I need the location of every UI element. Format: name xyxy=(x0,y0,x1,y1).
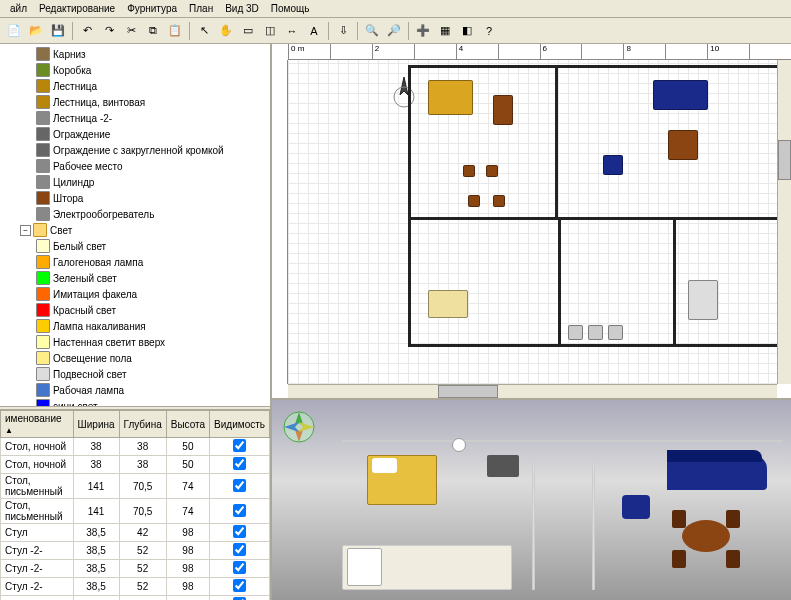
visibility-checkbox[interactable] xyxy=(233,479,246,492)
plan-round-table[interactable] xyxy=(668,130,698,160)
plan-scrollbar-vertical[interactable] xyxy=(777,60,791,384)
plan-dresser[interactable] xyxy=(493,95,513,125)
column-header[interactable]: именование ▲ xyxy=(1,411,74,438)
chair-3d-3 xyxy=(672,550,686,568)
plan-cabinet[interactable] xyxy=(588,325,603,340)
plan-bunk-bed[interactable] xyxy=(428,80,473,115)
column-header[interactable]: Глубина xyxy=(119,411,166,438)
menu-view3d[interactable]: Вид 3D xyxy=(219,1,265,16)
menu-furniture[interactable]: Фурнитура xyxy=(121,1,183,16)
visibility-checkbox[interactable] xyxy=(233,457,246,470)
plan-armchair[interactable] xyxy=(603,155,623,175)
tree-item[interactable]: Освещение пола xyxy=(2,350,268,366)
right-panel: 0 m246810 xyxy=(272,44,791,600)
tree-item[interactable]: Лестница xyxy=(2,78,268,94)
table-row[interactable]: Стул -2-38,55298 xyxy=(1,596,270,601)
copy-button[interactable]: ⧉ xyxy=(143,21,163,41)
plan-bed[interactable] xyxy=(428,290,468,318)
plan-sofa[interactable] xyxy=(653,80,708,110)
plan-2d-view[interactable]: 0 m246810 xyxy=(272,44,791,400)
undo-button[interactable]: ↶ xyxy=(77,21,97,41)
menu-plan[interactable]: План xyxy=(183,1,219,16)
table-row[interactable]: Стул -2-38,55298 xyxy=(1,560,270,578)
visibility-checkbox[interactable] xyxy=(233,543,246,556)
chair-3d-2 xyxy=(726,510,740,528)
tree-item[interactable]: Лампа накаливания xyxy=(2,318,268,334)
tree-item[interactable]: Штора xyxy=(2,190,268,206)
paste-button[interactable]: 📋 xyxy=(165,21,185,41)
table-row[interactable]: Стол, письменный14170,574 xyxy=(1,499,270,524)
grid-button[interactable]: ▦ xyxy=(435,21,455,41)
tree-item[interactable]: Коробка xyxy=(2,62,268,78)
table-row[interactable]: Стол, ночной383850 xyxy=(1,438,270,456)
tree-item[interactable]: Зеленый свет xyxy=(2,270,268,286)
tree-item[interactable]: Имитация факела xyxy=(2,286,268,302)
tree-item[interactable]: Лестница, винтовая xyxy=(2,94,268,110)
tree-item[interactable]: Галогеновая лампа xyxy=(2,254,268,270)
walls-button[interactable]: ▭ xyxy=(238,21,258,41)
column-header[interactable]: Ширина xyxy=(73,411,119,438)
open-button[interactable]: 📂 xyxy=(26,21,46,41)
tree-item[interactable]: Лестница -2- xyxy=(2,110,268,126)
import-button[interactable]: ⇩ xyxy=(333,21,353,41)
visibility-checkbox[interactable] xyxy=(233,525,246,538)
table-row[interactable]: Стул -2-38,55298 xyxy=(1,578,270,596)
menu-help[interactable]: Помощь xyxy=(265,1,316,16)
plan-canvas[interactable] xyxy=(288,60,777,384)
text-button[interactable]: A xyxy=(304,21,324,41)
catalog-tree[interactable]: КарнизКоробкаЛестницаЛестница, винтоваяЛ… xyxy=(0,44,270,406)
column-header[interactable]: Высота xyxy=(166,411,209,438)
plan-cabinet[interactable] xyxy=(608,325,623,340)
plan-stool[interactable] xyxy=(468,195,480,207)
table-row[interactable]: Стул -2-38,55298 xyxy=(1,542,270,560)
table-row[interactable]: Стол, письменный14170,574 xyxy=(1,474,270,499)
tree-item[interactable]: Рабочее место xyxy=(2,158,268,174)
visibility-checkbox[interactable] xyxy=(233,504,246,517)
tree-item[interactable]: Красный свет xyxy=(2,302,268,318)
tree-item[interactable]: Рабочая лампа xyxy=(2,382,268,398)
column-header[interactable]: Видимость xyxy=(210,411,270,438)
tree-item[interactable]: −Свет xyxy=(2,222,268,238)
tree-item[interactable]: Цилиндр xyxy=(2,174,268,190)
tree-label: Галогеновая лампа xyxy=(53,257,143,268)
tree-item[interactable]: Ограждение xyxy=(2,126,268,142)
tree-item[interactable]: Белый свет xyxy=(2,238,268,254)
help-button[interactable]: ? xyxy=(479,21,499,41)
3d-button[interactable]: ◧ xyxy=(457,21,477,41)
cut-button[interactable]: ✂ xyxy=(121,21,141,41)
menu-edit[interactable]: Редактирование xyxy=(33,1,121,16)
table-row[interactable]: Стол, ночной383850 xyxy=(1,456,270,474)
plan-stool[interactable] xyxy=(493,195,505,207)
new-button[interactable]: 📄 xyxy=(4,21,24,41)
tree-label: Освещение пола xyxy=(53,353,132,364)
tree-item[interactable]: Подвесной свет xyxy=(2,366,268,382)
plan-night-table[interactable] xyxy=(463,165,475,177)
plan-cabinet[interactable] xyxy=(568,325,583,340)
tree-label: Свет xyxy=(50,225,72,236)
zoomin-button[interactable]: 🔍 xyxy=(362,21,382,41)
add-button[interactable]: ➕ xyxy=(413,21,433,41)
tree-item[interactable]: Электрообогреватель xyxy=(2,206,268,222)
zoomout-button[interactable]: 🔎 xyxy=(384,21,404,41)
tree-item[interactable]: Настенная светит вверх xyxy=(2,334,268,350)
plan-night-table[interactable] xyxy=(486,165,498,177)
tree-item[interactable]: Ограждение с закругленной кромкой xyxy=(2,142,268,158)
plan-wc-set[interactable] xyxy=(688,280,718,320)
tree-item[interactable]: сини свет xyxy=(2,398,268,406)
view-3d[interactable] xyxy=(272,400,791,600)
save-button[interactable]: 💾 xyxy=(48,21,68,41)
furniture-table[interactable]: именование ▲ШиринаГлубинаВысотаВидимость… xyxy=(0,410,270,600)
select-button[interactable]: ↖ xyxy=(194,21,214,41)
table-row[interactable]: Стул38,54298 xyxy=(1,524,270,542)
menu-file[interactable]: айл xyxy=(4,1,33,16)
room-button[interactable]: ◫ xyxy=(260,21,280,41)
visibility-checkbox[interactable] xyxy=(233,579,246,592)
plan-scrollbar-horizontal[interactable] xyxy=(288,384,777,398)
visibility-checkbox[interactable] xyxy=(233,439,246,452)
visibility-checkbox[interactable] xyxy=(233,561,246,574)
pan-button[interactable]: ✋ xyxy=(216,21,236,41)
dim-button[interactable]: ↔ xyxy=(282,21,302,41)
redo-button[interactable]: ↷ xyxy=(99,21,119,41)
chair-3d-4 xyxy=(726,550,740,568)
tree-item[interactable]: Карниз xyxy=(2,46,268,62)
